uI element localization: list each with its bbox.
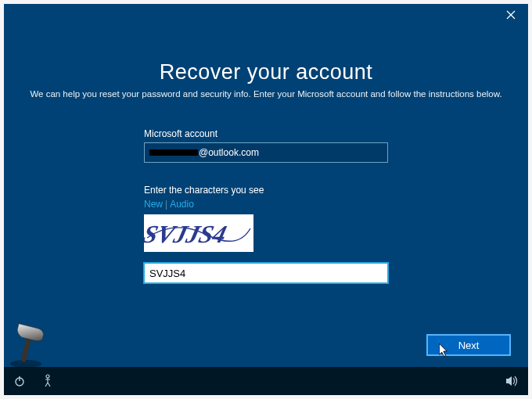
account-label: Microsoft account	[144, 128, 388, 139]
captcha-label: Enter the characters you see	[144, 185, 388, 196]
captcha-new-link[interactable]: New	[144, 199, 163, 210]
captcha-glyphs: SVJJS4	[144, 220, 229, 247]
captcha-image: SVJJS4	[144, 214, 253, 252]
next-button[interactable]: Next	[426, 334, 511, 356]
power-button[interactable]	[12, 373, 27, 389]
captcha-audio-link[interactable]: Audio	[170, 199, 194, 210]
volume-icon	[505, 375, 519, 387]
volume-button[interactable]	[505, 373, 520, 389]
captcha-links: New|Audio	[144, 199, 388, 210]
svg-point-4	[46, 375, 49, 378]
captcha-input[interactable]	[144, 263, 388, 283]
ease-of-access-icon	[41, 374, 54, 388]
account-suffix: @outlook.com	[199, 147, 259, 158]
redacted-username	[149, 149, 198, 156]
account-input[interactable]: @outlook.com	[144, 142, 388, 163]
close-icon	[506, 10, 516, 20]
close-button[interactable]	[500, 4, 522, 26]
taskbar	[4, 367, 528, 395]
power-icon	[13, 375, 26, 387]
oobe-window: Recover your account We can help you res…	[4, 4, 528, 395]
page-subtext: We can help you reset your password and …	[30, 89, 501, 99]
next-button-label: Next	[458, 340, 480, 351]
titlebar	[4, 4, 528, 26]
ease-of-access-button[interactable]	[40, 373, 56, 389]
content-area: Recover your account We can help you res…	[4, 26, 528, 367]
form-area: Microsoft account @outlook.com Enter the…	[144, 128, 388, 283]
page-title: Recover your account	[160, 60, 373, 84]
